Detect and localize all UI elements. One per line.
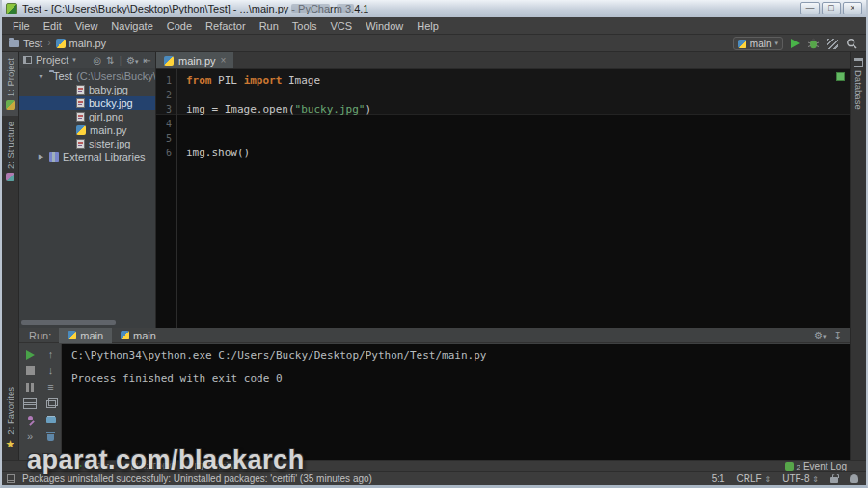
run-panel-header: Run: main main ⚙▾ ↧	[19, 328, 850, 343]
run-panel: Run: main main ⚙▾ ↧ »	[19, 328, 850, 460]
tree-row[interactable]: bucky.jpg	[19, 96, 155, 110]
breadcrumb-file[interactable]: main.py	[56, 38, 107, 49]
run-console[interactable]: C:\Python34\python.exe C:/Users/Bucky/De…	[62, 344, 850, 460]
tree-row[interactable]: girl.png	[19, 110, 155, 123]
stop-button[interactable]	[21, 365, 39, 377]
breadcrumb-project[interactable]: Test	[9, 38, 42, 49]
dock-panel-icon[interactable]: ↧	[834, 330, 842, 340]
gear-icon[interactable]: ⚙▾	[814, 330, 826, 340]
event-log-button[interactable]: 2 Event Log	[785, 461, 848, 472]
video-overlay-smudge	[291, 4, 330, 13]
coverage-button[interactable]	[827, 39, 838, 49]
toolwindow-structure-button[interactable]: 2: Structure	[2, 116, 18, 187]
locate-file-icon[interactable]: ◎	[93, 55, 101, 66]
menu-item[interactable]: Navigate	[104, 20, 159, 32]
console-actions-toolbar: ↑↓	[41, 344, 62, 460]
tree-expand-icon[interactable]: ▶	[37, 153, 45, 161]
chevron-down-icon[interactable]: ▾	[72, 56, 76, 64]
hide-panel-icon[interactable]: ⇤	[144, 55, 151, 66]
line-separator-select[interactable]: CRLF ⇕	[737, 474, 772, 484]
toolwindow-toggle-icon[interactable]	[7, 474, 15, 483]
encoding-select[interactable]: UTF-8 ⇕	[782, 474, 819, 484]
editor-tab-mainpy[interactable]: main.py ×	[156, 52, 233, 68]
console-line: C:\Python34\python.exe C:/Users/Bucky/De…	[71, 350, 850, 362]
tree-row[interactable]: sister.jpg	[19, 137, 155, 150]
editor-tabbar: main.py ×	[156, 52, 850, 69]
close-tab-icon[interactable]: ×	[221, 55, 227, 66]
show-console-button[interactable]	[21, 397, 39, 410]
code-line[interactable]: img = Image.open("bucky.jpg")	[186, 102, 834, 117]
pause-output-button[interactable]	[21, 381, 39, 393]
caret-position[interactable]: 5:1	[712, 474, 725, 484]
video-overlay-smudge	[337, 4, 354, 13]
video-watermark: aparat.com/blackarch	[27, 446, 305, 475]
maximize-button[interactable]: □	[822, 2, 841, 14]
menu-item[interactable]: Code	[160, 20, 199, 32]
run-configuration-select[interactable]: main ▾	[733, 37, 783, 50]
gear-icon[interactable]: ⚙▾	[126, 55, 138, 66]
run-tab[interactable]: main	[59, 328, 112, 343]
menu-item[interactable]: Help	[410, 20, 446, 32]
pin-tab-button[interactable]	[21, 414, 39, 426]
editor-code[interactable]: from PIL import Image img = Image.open("…	[178, 69, 834, 328]
collapse-all-icon[interactable]: ⇅	[106, 55, 114, 66]
run-tab[interactable]: main	[112, 328, 165, 343]
divider: |	[120, 55, 122, 66]
menu-item[interactable]: Run	[253, 20, 285, 32]
restore-layout-button[interactable]	[42, 397, 60, 410]
tree-row[interactable]: ▶ External Libraries	[19, 150, 155, 164]
close-button[interactable]: ×	[843, 2, 862, 14]
star-icon: ★	[6, 439, 15, 448]
menu-item[interactable]: Refactor	[199, 20, 253, 32]
right-toolwindow-bar: Database	[850, 52, 866, 460]
toolwindow-favorites-button[interactable]: 2: Favorites ★	[2, 381, 18, 454]
inspection-status-indicator[interactable]	[836, 72, 845, 81]
toolwindow-icon	[6, 100, 15, 110]
toolwindow-icon	[6, 173, 14, 181]
search-everywhere-button[interactable]	[846, 38, 858, 50]
print-button[interactable]	[42, 414, 60, 426]
toolwindow-database-button[interactable]: Database	[851, 52, 866, 116]
editor-tab-label: main.py	[178, 55, 216, 67]
run-panel-title: Run:	[19, 330, 59, 341]
python-file-icon	[164, 56, 174, 66]
minimize-button[interactable]: —	[800, 2, 820, 14]
menu-item[interactable]: VCS	[324, 20, 360, 32]
run-tab-label: main	[133, 330, 156, 341]
console-line: Process finished with exit code 0	[71, 373, 850, 385]
editor-body[interactable]: 123456 from PIL import Image img = Image…	[156, 69, 850, 328]
clear-console-button[interactable]	[42, 430, 60, 443]
menu-item[interactable]: File	[6, 20, 37, 32]
horizontal-scrollbar[interactable]	[21, 320, 116, 325]
tree-row[interactable]: baby.jpg	[19, 83, 155, 96]
editor-area: main.py × 123456 from PIL import Image i…	[156, 52, 850, 328]
project-panel-title[interactable]: Project	[36, 54, 68, 66]
python-icon	[738, 40, 746, 48]
tree-item-label: baby.jpg	[89, 84, 128, 95]
debug-button[interactable]	[807, 38, 820, 49]
to-bottom-button[interactable]: ↓	[42, 365, 60, 377]
toolwindow-project-button[interactable]: 1: Project	[2, 52, 18, 116]
inspections-profile-icon[interactable]	[850, 474, 858, 483]
code-line[interactable]	[186, 88, 834, 102]
project-panel: Project ▾ ◎ ⇅ | ⚙▾ ⇤ ▼ Test (C:\Users\Bu…	[19, 52, 156, 328]
menu-item[interactable]: Edit	[37, 20, 68, 32]
to-top-button[interactable]: ↑	[42, 348, 60, 361]
code-line[interactable]	[186, 117, 834, 131]
menu-item[interactable]: Window	[359, 20, 410, 32]
code-line[interactable]: from PIL import Image	[186, 73, 834, 88]
code-line[interactable]: img.show()	[186, 146, 834, 160]
tree-row[interactable]: ▼ Test (C:\Users\Bucky\Desktop	[19, 69, 155, 83]
run-button[interactable]	[791, 39, 800, 48]
rerun-button[interactable]	[21, 348, 39, 361]
run-configuration-label: main	[750, 39, 772, 49]
more-options-button[interactable]: »	[21, 430, 39, 443]
soft-wrap-button[interactable]	[42, 381, 60, 393]
code-line[interactable]	[186, 131, 834, 146]
breadcrumb-file-label: main.py	[69, 38, 107, 49]
tree-expand-icon[interactable]: ▼	[37, 73, 45, 80]
menu-item[interactable]: Tools	[285, 20, 324, 32]
lock-icon[interactable]	[830, 477, 838, 483]
menu-item[interactable]: View	[68, 20, 105, 32]
tree-row[interactable]: main.py	[19, 123, 155, 137]
